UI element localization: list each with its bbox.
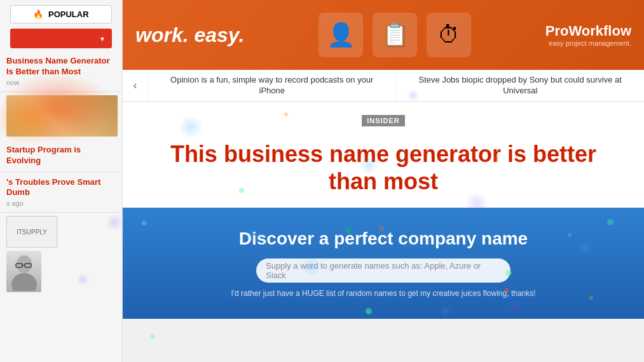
category-dropdown[interactable] [10, 29, 112, 48]
deco-dot-5 [589, 296, 593, 300]
article-headline: This business name generator is better t… [148, 134, 619, 201]
svg-point-1 [11, 273, 37, 291]
nav-right-text: Steve Jobs biopic dropped by Sony but co… [409, 75, 632, 97]
sidebar-article-title-2: Startup Program is Evolving [6, 145, 116, 166]
search-bar[interactable]: Supply a word to generate names such as:… [256, 258, 510, 283]
article-content: INSIDER This business name generator is … [123, 102, 644, 208]
sidebar: 🔥 POPULAR Business Name Generator Is Bet… [0, 0, 123, 362]
sidebar-ad: ITSUPPLY [6, 216, 57, 248]
thumbnail-image-1 [6, 95, 118, 137]
dropdown-label [18, 34, 20, 43]
sidebar-article-3[interactable]: 's Troubles Prove Smart Dumb s ago [0, 172, 122, 213]
deco-dot-2 [568, 233, 572, 237]
nav-left-text: Opinion is a fun, simple way to record p… [161, 75, 383, 97]
nav-article-left[interactable]: Opinion is a fun, simple way to record p… [148, 70, 397, 101]
person-avatar [6, 251, 41, 292]
blue-section-title: Discover a perfect company name [239, 229, 528, 249]
svg-point-0 [17, 255, 32, 273]
sidebar-article-title-1: Business Name Generator Is Better than M… [6, 56, 116, 77]
banner-logo-main: ProWorkflow [545, 23, 631, 39]
deco-dot-1 [142, 220, 147, 225]
sidebar-article-1[interactable]: Business Name Generator Is Better than M… [0, 51, 122, 92]
chevron-left-icon: ‹ [134, 79, 137, 92]
main-content: work. easy. 👤 📋 ⏱ ProWorkflow easy proje… [123, 0, 644, 362]
ad-label: ITSUPPLY [17, 229, 47, 236]
blue-section: Discover a perfect company name Supply a… [123, 208, 644, 319]
fire-icon: 🔥 [33, 10, 43, 19]
banner-logo: ProWorkflow easy project management. [545, 23, 631, 47]
sidebar-thumbnail-1[interactable] [6, 95, 118, 137]
nav-strip: ‹ Opinion is a fun, simple way to record… [123, 70, 644, 102]
banner-icon-person: 👤 [319, 13, 363, 57]
nav-article-right[interactable]: Steve Jobs biopic dropped by Sony but co… [397, 70, 645, 101]
sidebar-article-meta-1: now [6, 79, 116, 86]
nav-prev-button[interactable]: ‹ [123, 70, 148, 101]
sidebar-article-title-3: 's Troubles Prove Smart Dumb [6, 177, 116, 199]
banner-icons: 👤 📋 ⏱ [319, 13, 471, 57]
sidebar-article-2[interactable]: Startup Program is Evolving [0, 140, 122, 172]
popular-label: POPULAR [48, 10, 89, 19]
insider-badge: INSIDER [362, 115, 405, 126]
banner-logo-sub: easy project management. [545, 39, 631, 47]
blue-section-sub: I'd rather just have a HUGE list of rand… [231, 289, 535, 298]
banner-icon-checklist: 📋 [373, 13, 417, 57]
banner-text: work. easy. [135, 23, 244, 47]
banner-ad[interactable]: work. easy. 👤 📋 ⏱ ProWorkflow easy proje… [123, 0, 644, 70]
search-placeholder: Supply a word to generate names such as:… [266, 261, 501, 280]
banner-icon-timer: ⏱ [427, 13, 471, 57]
sidebar-person [6, 251, 116, 292]
sidebar-article-meta-3: s ago [6, 199, 116, 207]
popular-button[interactable]: 🔥 POPULAR [10, 5, 112, 23]
